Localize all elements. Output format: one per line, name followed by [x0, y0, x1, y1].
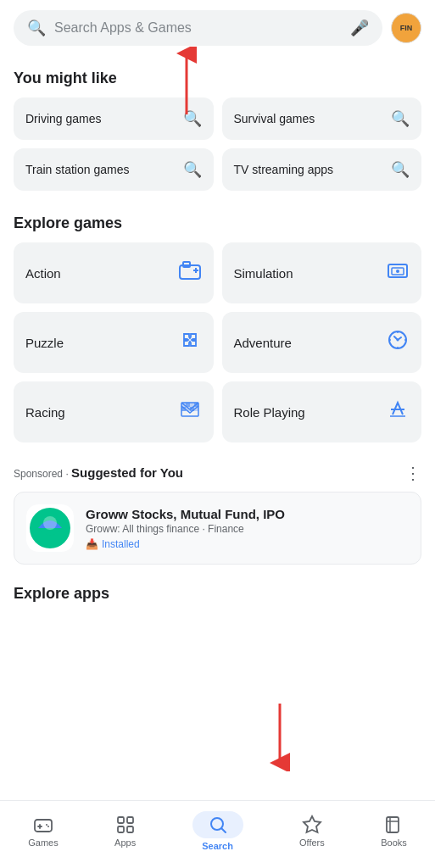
nav-games-label: Games: [28, 837, 58, 848]
suggestion-survival-games[interactable]: Survival games 🔍: [222, 97, 422, 140]
suggestion-survival-games-search-icon: 🔍: [391, 109, 410, 128]
explore-role-playing-label: Role Playing: [234, 405, 305, 420]
nav-item-games[interactable]: Games: [14, 811, 71, 851]
search-nav-icon: [192, 811, 243, 838]
nav-apps-label: Apps: [114, 837, 136, 848]
explore-adventure-label: Adventure: [234, 336, 292, 350]
svg-rect-36: [387, 817, 399, 832]
apps-nav-icon: [115, 815, 136, 835]
action-icon: [178, 259, 202, 287]
adventure-icon: [386, 328, 410, 357]
svg-point-8: [396, 270, 399, 273]
search-bar[interactable]: 🔍 Search Apps & Games 🎤: [14, 10, 382, 46]
user-avatar[interactable]: FIN: [391, 13, 421, 43]
svg-rect-17: [186, 407, 190, 411]
puzzle-icon: [178, 328, 202, 357]
svg-point-22: [43, 516, 57, 530]
suggestion-train-station-games[interactable]: Train station games 🔍: [14, 148, 214, 191]
sponsored-header: Sponsored · Suggested for You ⋮: [14, 463, 421, 483]
arrow-up-annotation: [170, 47, 204, 126]
svg-rect-15: [194, 403, 198, 407]
svg-rect-25: [35, 820, 52, 832]
explore-games-title: Explore games: [14, 214, 421, 232]
sponsored-app-card[interactable]: Groww Stocks, Mutual Fund, IPO Groww: Al…: [14, 492, 421, 565]
svg-rect-33: [127, 826, 133, 832]
installed-label: Installed: [102, 538, 140, 550]
svg-rect-13: [186, 403, 190, 407]
offers-nav-icon: [302, 815, 322, 835]
explore-adventure[interactable]: Adventure: [222, 312, 422, 373]
app-info: Groww Stocks, Mutual Fund, IPO Groww: Al…: [86, 507, 409, 550]
svg-point-10: [397, 339, 399, 342]
search-bar-section: 🔍 Search Apps & Games 🎤 FIN: [0, 0, 435, 56]
mic-icon[interactable]: 🎤: [350, 19, 369, 37]
nav-search-label: Search: [202, 841, 233, 851]
app-name: Groww Stocks, Mutual Fund, IPO: [86, 507, 409, 521]
svg-rect-19: [194, 407, 198, 411]
explore-role-playing[interactable]: Role Playing: [222, 381, 422, 442]
role-playing-icon: [386, 398, 410, 426]
games-nav-icon: [33, 815, 53, 835]
sponsored-label: Sponsored ·: [14, 468, 71, 480]
more-options-icon[interactable]: ⋮: [404, 463, 421, 483]
svg-rect-14: [190, 403, 194, 407]
simulation-icon: [386, 259, 410, 287]
svg-rect-32: [118, 826, 124, 832]
app-logo: [26, 504, 74, 552]
nav-offers-label: Offers: [299, 837, 325, 848]
svg-point-28: [46, 824, 47, 826]
explore-racing[interactable]: Racing: [14, 381, 214, 442]
svg-line-35: [221, 829, 226, 833]
explore-apps-title: Explore apps: [14, 585, 421, 603]
suggestion-train-station-games-search-icon: 🔍: [183, 160, 202, 179]
explore-apps-section: Explore apps: [0, 571, 435, 616]
svg-rect-18: [190, 407, 194, 411]
books-nav-icon: [383, 815, 404, 835]
nav-item-books[interactable]: Books: [367, 811, 421, 851]
suggestion-train-station-games-label: Train station games: [25, 162, 178, 177]
svg-rect-30: [118, 817, 124, 823]
suggestion-grid: Driving games 🔍 Survival games 🔍 Train s…: [14, 97, 421, 191]
explore-games-grid: Action Simulation Puzzle: [14, 242, 421, 442]
suggestion-tv-streaming-apps[interactable]: TV streaming apps 🔍: [222, 148, 422, 191]
you-might-like-section: You might like Driving games 🔍 Survival …: [0, 56, 435, 201]
explore-action[interactable]: Action: [14, 242, 214, 303]
explore-games-section: Explore games Action Simulation: [0, 201, 435, 453]
svg-rect-16: [181, 407, 186, 411]
svg-rect-31: [127, 817, 133, 823]
suggested-for-you-title: Suggested for You: [71, 465, 183, 480]
bottom-nav: Games Apps Search Offers: [0, 800, 435, 868]
suggestion-tv-streaming-apps-search-icon: 🔍: [391, 160, 410, 179]
explore-puzzle-label: Puzzle: [25, 336, 64, 350]
installed-icon: 📥: [86, 538, 98, 550]
suggestion-tv-streaming-apps-label: TV streaming apps: [234, 162, 387, 177]
installed-row: 📥 Installed: [86, 538, 409, 550]
search-placeholder: Search Apps & Games: [54, 20, 342, 36]
suggestion-survival-games-label: Survival games: [234, 111, 387, 126]
you-might-like-title: You might like: [14, 70, 421, 87]
explore-action-label: Action: [25, 266, 61, 281]
nav-item-apps[interactable]: Apps: [101, 811, 149, 851]
app-sub: Groww: All things finance · Finance: [86, 523, 409, 535]
nav-item-search[interactable]: Search: [179, 808, 257, 854]
arrow-down-annotation: [263, 695, 297, 775]
explore-puzzle[interactable]: Puzzle: [14, 312, 214, 373]
svg-rect-12: [181, 403, 186, 407]
sponsored-header-text: Sponsored · Suggested for You: [14, 465, 183, 481]
suggestion-driving-games-label: Driving games: [25, 111, 178, 126]
svg-point-29: [47, 826, 49, 827]
nav-item-offers[interactable]: Offers: [286, 811, 338, 851]
racing-icon: [178, 398, 202, 426]
explore-simulation-label: Simulation: [234, 266, 293, 281]
sponsored-section: Sponsored · Suggested for You ⋮ Groww St…: [0, 453, 435, 571]
search-icon: 🔍: [27, 19, 46, 37]
explore-racing-label: Racing: [25, 405, 65, 420]
explore-simulation[interactable]: Simulation: [222, 242, 422, 303]
nav-books-label: Books: [381, 837, 407, 848]
